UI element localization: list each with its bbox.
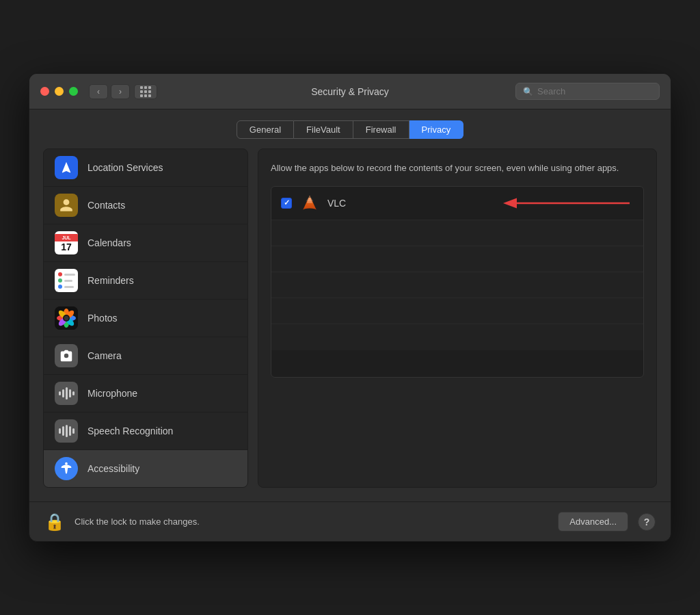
location-services-icon: [55, 156, 78, 179]
sidebar-item-calendars[interactable]: JUL 17 Calendars: [44, 224, 247, 262]
tab-filevault[interactable]: FileVault: [294, 120, 353, 139]
window-title: Security & Privacy: [311, 86, 389, 97]
annotation-arrow: [500, 193, 636, 213]
search-icon: 🔍: [523, 87, 533, 96]
checkmark-icon: ✓: [284, 199, 290, 207]
empty-row-1: [271, 220, 643, 246]
tab-general[interactable]: General: [237, 120, 294, 139]
close-button[interactable]: [40, 87, 49, 96]
back-button[interactable]: ‹: [89, 84, 108, 99]
minimize-button[interactable]: [55, 87, 64, 96]
vlc-checkbox[interactable]: ✓: [281, 198, 292, 209]
sidebar-label-speech-recognition: Speech Recognition: [88, 426, 173, 436]
grid-icon: [140, 86, 151, 97]
sidebar-label-location-services: Location Services: [88, 162, 163, 173]
sidebar-item-reminders[interactable]: Reminders: [44, 262, 247, 300]
sidebar-label-reminders: Reminders: [88, 275, 134, 286]
photos-icon: [55, 306, 78, 330]
sidebar-item-microphone[interactable]: Microphone: [44, 375, 247, 413]
calendar-day: 17: [61, 242, 72, 252]
tabbar: General FileVault Firewall Privacy: [29, 109, 671, 148]
microphone-icon: [55, 382, 78, 405]
main-window: ‹ › Security & Privacy 🔍 General FileVau…: [29, 73, 671, 542]
svg-point-10: [64, 316, 69, 321]
lock-text: Click the lock to make changes.: [75, 516, 548, 527]
vlc-icon: [300, 194, 319, 213]
sidebar-item-location-services[interactable]: Location Services: [44, 149, 247, 187]
empty-row-5: [271, 324, 643, 350]
maximize-button[interactable]: [69, 87, 78, 96]
search-box[interactable]: 🔍: [515, 83, 660, 100]
sidebar-label-contacts: Contacts: [88, 200, 125, 211]
speech-recognition-icon: [55, 419, 78, 443]
sidebar-item-photos[interactable]: Photos: [44, 300, 247, 337]
main-content: Location Services Contacts JUL 17 Calend…: [29, 148, 671, 501]
sidebar-label-accessibility: Accessibility: [88, 463, 139, 474]
svg-point-11: [65, 462, 68, 465]
bottombar: 🔒 Click the lock to make changes. Advanc…: [29, 501, 671, 541]
sidebar-item-contacts[interactable]: Contacts: [44, 187, 247, 224]
calendar-month: JUL: [55, 234, 78, 241]
sidebar-item-camera[interactable]: Camera: [44, 337, 247, 375]
reminders-icon: [55, 269, 78, 292]
sidebar-label-microphone: Microphone: [88, 388, 137, 399]
empty-row-3: [271, 272, 643, 298]
apps-list: ✓: [271, 186, 644, 378]
calendars-icon: JUL 17: [55, 231, 78, 254]
right-panel: Allow the apps below to record the conte…: [258, 148, 657, 488]
svg-point-16: [308, 196, 311, 197]
camera-icon: [55, 344, 78, 367]
accessibility-icon: [55, 457, 78, 480]
app-item-vlc[interactable]: ✓: [271, 187, 643, 220]
sidebar: Location Services Contacts JUL 17 Calend…: [43, 148, 248, 488]
sidebar-label-camera: Camera: [88, 350, 122, 361]
help-button[interactable]: ?: [638, 513, 656, 531]
sidebar-item-accessibility[interactable]: Accessibility: [44, 450, 247, 487]
traffic-lights: [40, 87, 78, 96]
tab-privacy[interactable]: Privacy: [409, 120, 464, 139]
vlc-app-name: VLC: [327, 198, 346, 209]
empty-row-4: [271, 298, 643, 324]
grid-button[interactable]: [134, 84, 157, 99]
titlebar: ‹ › Security & Privacy 🔍: [29, 74, 671, 109]
panel-description: Allow the apps below to record the conte…: [271, 161, 644, 175]
advanced-button[interactable]: Advanced...: [558, 512, 628, 532]
empty-row-2: [271, 246, 643, 272]
sidebar-item-speech-recognition[interactable]: Speech Recognition: [44, 413, 247, 450]
svg-point-15: [303, 208, 317, 211]
lock-icon[interactable]: 🔒: [44, 512, 65, 532]
forward-button[interactable]: ›: [111, 84, 130, 99]
search-input[interactable]: [537, 86, 652, 96]
tab-firewall[interactable]: Firewall: [353, 120, 409, 139]
sidebar-label-photos: Photos: [88, 313, 118, 324]
contacts-icon: [55, 194, 78, 217]
nav-buttons: ‹ ›: [89, 84, 130, 99]
sidebar-label-calendars: Calendars: [88, 237, 131, 248]
